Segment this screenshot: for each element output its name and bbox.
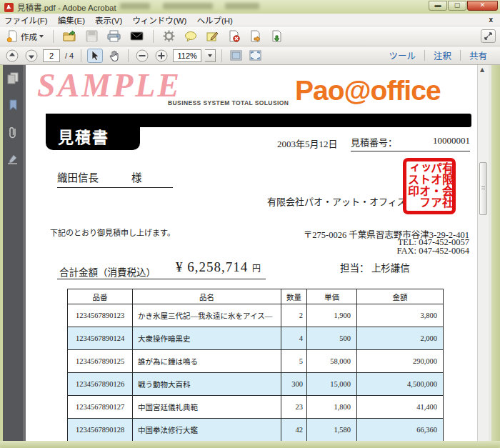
- menu-file[interactable]: ファイル(F): [4, 14, 48, 26]
- item-qty: 300: [281, 373, 307, 396]
- customer-name-text: 織田信長: [57, 169, 99, 184]
- table-header-row: 品番 品名 数量 単価 金額: [68, 289, 444, 304]
- zoom-in-button[interactable]: [154, 49, 169, 63]
- zoom-level-input[interactable]: [173, 49, 201, 62]
- quote-number-label: 見積番号：: [351, 135, 397, 149]
- menu-help[interactable]: ヘルプ(H): [196, 14, 232, 26]
- item-name: 中国拳法修行大鑑: [133, 419, 281, 442]
- table-row: 1234567890123 かき氷屋三代記―我永遠に氷をアイス― 2 1,900…: [68, 304, 444, 327]
- window-frame-bottom: [0, 441, 500, 448]
- total-amount-value: ¥ 6,258,714 円: [176, 259, 261, 275]
- vertical-scrollbar[interactable]: ▲: [477, 65, 489, 441]
- greeting-text: 下記のとおり御見積申し上げます。: [50, 227, 175, 238]
- toolbar-expand-button[interactable]: [481, 29, 496, 43]
- signatures-icon[interactable]: [7, 154, 19, 164]
- titlebar: 見積書.pdf - Adobe Acrobat ▬ ▢ ✕: [0, 0, 500, 14]
- item-amount: 3,800: [357, 304, 444, 327]
- pao-office-logo: Pao@office: [295, 75, 441, 106]
- col-header-amount: 金額: [357, 289, 444, 304]
- delete-pages-icon[interactable]: [226, 29, 242, 44]
- menu-window[interactable]: ウィンドウ(W): [132, 14, 186, 26]
- item-amount: 2,000: [357, 327, 444, 350]
- document-area: SAMPLE BUSINESS SYSTEM TOTAL SOLUSION Pa…: [0, 65, 500, 441]
- maximize-button[interactable]: ▢: [448, 1, 466, 11]
- quote-date: 2003年5月12日: [277, 136, 338, 150]
- acrobat-pdf-icon: [4, 3, 14, 12]
- navigation-pane: [3, 65, 23, 441]
- blurred-text: [120, 3, 150, 9]
- item-code: 1234567890128: [68, 419, 133, 442]
- page-number-input[interactable]: [43, 49, 60, 62]
- honorific-label: 様: [131, 169, 142, 184]
- menubar-close-icon[interactable]: x: [489, 16, 496, 24]
- highlight-note-icon[interactable]: [204, 29, 221, 44]
- company-tagline: BUSINESS SYSTEM TOTAL SOLUSION: [168, 99, 289, 106]
- minimize-button[interactable]: ▬: [429, 1, 447, 11]
- item-code: 1234567890126: [68, 373, 133, 396]
- main-toolbar: 作成: [0, 26, 500, 46]
- zoom-dropdown-button[interactable]: [205, 49, 216, 62]
- item-unit-price: 58,000: [307, 350, 357, 373]
- item-unit-price: 1,900: [307, 304, 357, 327]
- export-page-icon[interactable]: [247, 29, 264, 44]
- quote-number-value: 10000001: [433, 135, 470, 149]
- previous-page-button[interactable]: [4, 49, 20, 63]
- fit-width-button[interactable]: [228, 49, 244, 63]
- item-unit-price: 15,000: [307, 373, 357, 396]
- item-qty: 4: [281, 327, 307, 350]
- stamp-text: 有限会社パオ・アットオフィス印: [406, 162, 452, 209]
- fit-page-button[interactable]: [247, 49, 263, 63]
- bookmarks-icon[interactable]: [9, 99, 18, 111]
- document-title: 見積書: [46, 117, 140, 150]
- item-unit-price: 500: [307, 327, 357, 350]
- total-amount-unit: 円: [252, 264, 261, 274]
- page-thumbnails-icon[interactable]: [7, 72, 19, 84]
- share-link[interactable]: 共有: [461, 49, 496, 62]
- sales-rep: 担当： 上杉謙信: [340, 260, 410, 274]
- close-button[interactable]: ✕: [467, 1, 498, 11]
- table-row: 1234567890124 大衆操作暗黒史 4 500 2,000: [68, 327, 444, 350]
- item-qty: 42: [281, 419, 307, 442]
- col-header-unitprice: 単価: [307, 289, 357, 304]
- item-qty: 2: [281, 304, 307, 327]
- email-button[interactable]: [128, 29, 146, 43]
- scroll-up-icon[interactable]: ▲: [480, 66, 484, 73]
- hand-tool-button[interactable]: [106, 49, 122, 63]
- window-frame-right: [491, 65, 500, 441]
- next-page-button[interactable]: [24, 49, 39, 63]
- table-row: 1234567890126 戦う動物大百科 300 15,000 4,500,0…: [68, 373, 444, 396]
- chevron-down-icon: [39, 35, 44, 38]
- menubar: ファイル(F) 編集(E) 表示(V) ウィンドウ(W) ヘルプ(H) x: [0, 14, 500, 26]
- blurred-text: [163, 3, 213, 9]
- item-amount: 66,360: [357, 419, 444, 442]
- pdf-page: SAMPLE BUSINESS SYSTEM TOTAL SOLUSION Pa…: [26, 65, 477, 441]
- create-page-icon: [6, 30, 19, 42]
- table-row: 1234567890128 中国拳法修行大鑑 42 1,580 66,360: [68, 419, 444, 442]
- col-header-name: 品名: [133, 289, 281, 304]
- menu-view[interactable]: 表示(V): [95, 14, 122, 26]
- rep-name: 上杉謙信: [371, 263, 410, 274]
- item-name: 戦う動物大百科: [133, 373, 281, 396]
- item-code: 1234567890123: [68, 304, 133, 327]
- quote-number: 見積番号： 10000001: [351, 135, 470, 151]
- attachments-icon[interactable]: [8, 126, 18, 139]
- item-qty: 23: [281, 396, 307, 419]
- col-header-code: 品番: [68, 289, 133, 304]
- open-file-button[interactable]: [61, 29, 79, 44]
- print-button[interactable]: [105, 29, 123, 44]
- item-amount: 4,500,000: [357, 373, 444, 396]
- settings-gear-icon[interactable]: [161, 29, 177, 44]
- zoom-out-button[interactable]: [134, 49, 150, 63]
- select-tool-button[interactable]: [87, 49, 103, 63]
- comment-bubble-icon[interactable]: [182, 29, 199, 44]
- issuer-company-name: 有限会社パオ・アット・オフィス: [267, 194, 406, 208]
- comment-link[interactable]: 注釈: [425, 49, 460, 62]
- insert-page-icon[interactable]: [269, 29, 285, 44]
- create-pdf-button[interactable]: 作成: [4, 29, 46, 44]
- tools-link[interactable]: ツール: [380, 49, 424, 62]
- blurred-text: [225, 3, 259, 9]
- menu-edit[interactable]: 編集(E): [58, 14, 85, 26]
- save-button[interactable]: [84, 29, 100, 44]
- scrollbar-thumb[interactable]: [479, 162, 487, 215]
- total-underline: [57, 279, 266, 279]
